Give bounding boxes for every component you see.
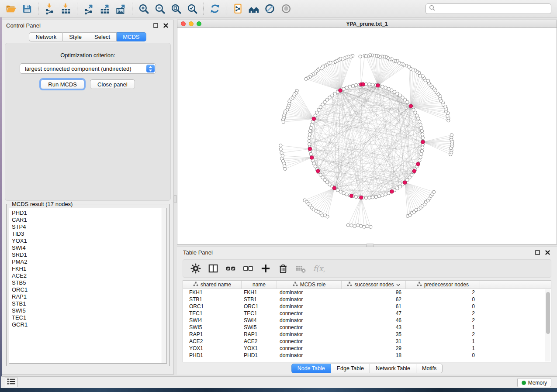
table-cell[interactable]: 1 xyxy=(406,338,480,345)
table-cell[interactable]: 18 xyxy=(342,352,406,359)
zoom-selected-icon[interactable] xyxy=(184,2,200,16)
search-input[interactable] xyxy=(437,5,551,13)
table-cell[interactable]: 43 xyxy=(342,324,406,331)
zoom-fit-icon[interactable] xyxy=(168,2,184,16)
table-cell[interactable]: ACE2 xyxy=(183,338,242,345)
deselect-all-rows-icon[interactable] xyxy=(242,262,255,275)
table-cell[interactable]: connector xyxy=(277,338,342,345)
table-cell[interactable]: dominator xyxy=(277,296,342,303)
tab-network[interactable]: Network xyxy=(29,32,63,41)
table-cell[interactable]: SWI4 xyxy=(183,317,242,324)
table-cell[interactable]: 0 xyxy=(406,352,480,359)
tab-node-table[interactable]: Node Table xyxy=(291,364,331,373)
table-cell[interactable]: YOX1 xyxy=(183,345,242,352)
table-cell[interactable]: 96 xyxy=(342,289,406,296)
memory-button[interactable]: Memory xyxy=(517,378,551,387)
save-session-icon[interactable] xyxy=(19,2,35,16)
table-cell[interactable]: 61 xyxy=(342,303,406,310)
tab-mcds[interactable]: MCDS xyxy=(117,32,146,41)
table-cell[interactable]: FKH1 xyxy=(183,289,242,296)
tab-select[interactable]: Select xyxy=(88,32,117,41)
import-table-icon[interactable] xyxy=(58,2,74,16)
table-cell[interactable]: 62 xyxy=(342,296,406,303)
zoom-out-icon[interactable] xyxy=(152,2,168,16)
table-cell[interactable]: ORC1 xyxy=(242,303,277,310)
table-cell[interactable]: 2 xyxy=(406,289,480,296)
task-history-button[interactable] xyxy=(5,378,18,387)
table-cell[interactable]: dominator xyxy=(277,303,342,310)
table-row[interactable]: SWI5SWI5connector431 xyxy=(183,324,551,331)
table-cell[interactable]: dominator xyxy=(277,352,342,359)
table-row[interactable]: TEC1TEC1connector472 xyxy=(183,310,551,317)
table-cell[interactable]: FKH1 xyxy=(242,289,277,296)
column-header-shared-name[interactable]: shared name xyxy=(183,281,242,289)
column-header-predecessor-nodes[interactable]: predecessor nodes xyxy=(406,281,480,289)
table-cell[interactable]: 0 xyxy=(406,303,480,310)
table-cell[interactable]: 35 xyxy=(342,331,406,338)
vertical-splitter-handle[interactable] xyxy=(173,195,177,203)
tab-edge-table[interactable]: Edge Table xyxy=(331,364,370,373)
table-cell[interactable]: YOX1 xyxy=(242,345,277,352)
table-row[interactable]: ACE2ACE2connector311 xyxy=(183,338,551,345)
node-table-scrollbar[interactable] xyxy=(545,289,550,361)
table-cell[interactable]: 0 xyxy=(406,296,480,303)
first-neighbors-icon[interactable] xyxy=(246,2,262,16)
table-cell[interactable]: dominator xyxy=(277,317,342,324)
settings-gear-icon[interactable] xyxy=(189,262,202,275)
table-cell[interactable]: STB1 xyxy=(183,296,242,303)
delete-column-icon[interactable] xyxy=(277,262,290,275)
float-panel-icon[interactable] xyxy=(152,22,159,29)
column-header-MCDS-role[interactable]: MCDS role xyxy=(277,281,342,289)
tab-network-table[interactable]: Network Table xyxy=(370,364,416,373)
table-cell[interactable]: PHD1 xyxy=(183,352,242,359)
close-panel-button[interactable]: Close panel xyxy=(90,79,135,89)
table-cell[interactable]: 46 xyxy=(342,317,406,324)
table-cell[interactable]: SWI4 xyxy=(242,317,277,324)
import-network-icon[interactable] xyxy=(42,2,58,16)
table-row[interactable]: SWI4SWI4dominator462 xyxy=(183,317,551,324)
table-cell[interactable]: STB1 xyxy=(242,296,277,303)
column-header-successor-nodes[interactable]: successor nodes xyxy=(342,281,406,289)
table-cell[interactable]: RAP1 xyxy=(183,331,242,338)
table-cell[interactable]: ACE2 xyxy=(242,338,277,345)
table-cell[interactable]: 31 xyxy=(342,338,406,345)
column-header-name[interactable]: name xyxy=(242,281,277,289)
new-network-from-selection-icon[interactable] xyxy=(229,2,246,16)
show-all-icon[interactable] xyxy=(278,2,294,16)
tab-style[interactable]: Style xyxy=(63,32,88,41)
table-cell[interactable]: connector xyxy=(277,310,342,317)
table-cell[interactable]: 2 xyxy=(406,331,480,338)
column-visibility-icon[interactable] xyxy=(207,262,220,275)
table-cell[interactable]: TEC1 xyxy=(183,310,242,317)
table-cell[interactable]: SWI5 xyxy=(183,324,242,331)
network-canvas[interactable] xyxy=(177,28,557,244)
search-box[interactable] xyxy=(426,3,551,14)
table-row[interactable]: YOX1YOX1connector291 xyxy=(183,345,551,352)
horizontal-splitter-handle[interactable] xyxy=(366,244,374,247)
table-cell[interactable]: 47 xyxy=(342,310,406,317)
table-cell[interactable]: RAP1 xyxy=(242,331,277,338)
add-column-icon[interactable] xyxy=(259,262,272,275)
tab-motifs[interactable]: Motifs xyxy=(416,364,443,373)
optimization-criterion-select[interactable]: largest connected component (undirected) xyxy=(20,63,156,74)
hide-selected-icon[interactable] xyxy=(262,2,278,16)
mcds-result-list[interactable]: PHD1CAR1STP4TID3YOX1SWI4SRD1PMA2FKH1ACE2… xyxy=(9,208,167,364)
table-cell[interactable]: 2 xyxy=(406,310,480,317)
apply-layout-icon[interactable] xyxy=(207,2,223,16)
table-cell[interactable]: dominator xyxy=(277,289,342,296)
table-row[interactable]: PHD1PHD1dominator180 xyxy=(183,352,551,359)
table-cell[interactable]: PHD1 xyxy=(242,352,277,359)
export-table-icon[interactable] xyxy=(97,2,113,16)
table-cell[interactable]: TEC1 xyxy=(242,310,277,317)
select-all-rows-icon[interactable] xyxy=(224,262,237,275)
table-cell[interactable]: 29 xyxy=(342,345,406,352)
node-table-scroll-thumb[interactable] xyxy=(546,292,550,334)
export-image-icon[interactable] xyxy=(113,2,129,16)
close-panel-icon[interactable] xyxy=(162,22,169,29)
export-network-icon[interactable] xyxy=(80,2,97,16)
table-cell[interactable]: 2 xyxy=(406,317,480,324)
table-row[interactable]: RAP1RAP1dominator352 xyxy=(183,331,551,338)
table-row[interactable]: FKH1FKH1dominator962 xyxy=(183,289,551,296)
table-cell[interactable]: dominator xyxy=(277,331,342,338)
zoom-in-icon[interactable] xyxy=(135,2,152,16)
